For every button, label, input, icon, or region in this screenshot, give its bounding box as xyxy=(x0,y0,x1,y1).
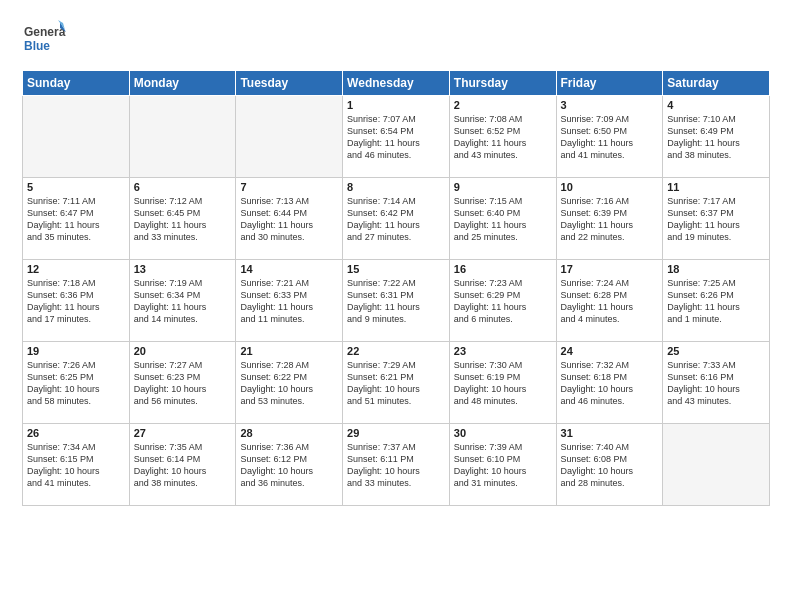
day-info: Sunrise: 7:29 AM Sunset: 6:21 PM Dayligh… xyxy=(347,359,445,408)
logo: General Blue xyxy=(22,18,66,62)
calendar-cell: 17Sunrise: 7:24 AM Sunset: 6:28 PM Dayli… xyxy=(556,260,663,342)
calendar-cell: 16Sunrise: 7:23 AM Sunset: 6:29 PM Dayli… xyxy=(449,260,556,342)
calendar-cell: 31Sunrise: 7:40 AM Sunset: 6:08 PM Dayli… xyxy=(556,424,663,506)
calendar: SundayMondayTuesdayWednesdayThursdayFrid… xyxy=(22,70,770,506)
calendar-cell: 9Sunrise: 7:15 AM Sunset: 6:40 PM Daylig… xyxy=(449,178,556,260)
calendar-cell: 20Sunrise: 7:27 AM Sunset: 6:23 PM Dayli… xyxy=(129,342,236,424)
day-number: 14 xyxy=(240,263,338,275)
weekday-header-saturday: Saturday xyxy=(663,71,770,96)
calendar-cell: 24Sunrise: 7:32 AM Sunset: 6:18 PM Dayli… xyxy=(556,342,663,424)
week-row-1: 5Sunrise: 7:11 AM Sunset: 6:47 PM Daylig… xyxy=(23,178,770,260)
day-number: 30 xyxy=(454,427,552,439)
calendar-cell: 15Sunrise: 7:22 AM Sunset: 6:31 PM Dayli… xyxy=(343,260,450,342)
day-info: Sunrise: 7:12 AM Sunset: 6:45 PM Dayligh… xyxy=(134,195,232,244)
svg-text:General: General xyxy=(24,25,66,39)
calendar-cell: 7Sunrise: 7:13 AM Sunset: 6:44 PM Daylig… xyxy=(236,178,343,260)
day-number: 24 xyxy=(561,345,659,357)
day-number: 15 xyxy=(347,263,445,275)
day-info: Sunrise: 7:30 AM Sunset: 6:19 PM Dayligh… xyxy=(454,359,552,408)
day-number: 2 xyxy=(454,99,552,111)
day-info: Sunrise: 7:21 AM Sunset: 6:33 PM Dayligh… xyxy=(240,277,338,326)
day-info: Sunrise: 7:17 AM Sunset: 6:37 PM Dayligh… xyxy=(667,195,765,244)
calendar-cell: 13Sunrise: 7:19 AM Sunset: 6:34 PM Dayli… xyxy=(129,260,236,342)
weekday-header-row: SundayMondayTuesdayWednesdayThursdayFrid… xyxy=(23,71,770,96)
day-number: 7 xyxy=(240,181,338,193)
day-number: 12 xyxy=(27,263,125,275)
weekday-header-friday: Friday xyxy=(556,71,663,96)
weekday-header-monday: Monday xyxy=(129,71,236,96)
week-row-3: 19Sunrise: 7:26 AM Sunset: 6:25 PM Dayli… xyxy=(23,342,770,424)
day-number: 31 xyxy=(561,427,659,439)
day-number: 10 xyxy=(561,181,659,193)
day-info: Sunrise: 7:23 AM Sunset: 6:29 PM Dayligh… xyxy=(454,277,552,326)
calendar-cell: 29Sunrise: 7:37 AM Sunset: 6:11 PM Dayli… xyxy=(343,424,450,506)
weekday-header-thursday: Thursday xyxy=(449,71,556,96)
day-info: Sunrise: 7:40 AM Sunset: 6:08 PM Dayligh… xyxy=(561,441,659,490)
calendar-cell: 1Sunrise: 7:07 AM Sunset: 6:54 PM Daylig… xyxy=(343,96,450,178)
calendar-cell: 21Sunrise: 7:28 AM Sunset: 6:22 PM Dayli… xyxy=(236,342,343,424)
day-info: Sunrise: 7:25 AM Sunset: 6:26 PM Dayligh… xyxy=(667,277,765,326)
day-info: Sunrise: 7:14 AM Sunset: 6:42 PM Dayligh… xyxy=(347,195,445,244)
weekday-header-wednesday: Wednesday xyxy=(343,71,450,96)
day-info: Sunrise: 7:08 AM Sunset: 6:52 PM Dayligh… xyxy=(454,113,552,162)
weekday-header-tuesday: Tuesday xyxy=(236,71,343,96)
day-info: Sunrise: 7:27 AM Sunset: 6:23 PM Dayligh… xyxy=(134,359,232,408)
calendar-cell: 2Sunrise: 7:08 AM Sunset: 6:52 PM Daylig… xyxy=(449,96,556,178)
svg-text:Blue: Blue xyxy=(24,39,50,53)
day-number: 28 xyxy=(240,427,338,439)
day-number: 13 xyxy=(134,263,232,275)
calendar-cell: 26Sunrise: 7:34 AM Sunset: 6:15 PM Dayli… xyxy=(23,424,130,506)
calendar-cell: 30Sunrise: 7:39 AM Sunset: 6:10 PM Dayli… xyxy=(449,424,556,506)
calendar-cell xyxy=(236,96,343,178)
calendar-cell: 28Sunrise: 7:36 AM Sunset: 6:12 PM Dayli… xyxy=(236,424,343,506)
day-number: 16 xyxy=(454,263,552,275)
day-info: Sunrise: 7:32 AM Sunset: 6:18 PM Dayligh… xyxy=(561,359,659,408)
day-info: Sunrise: 7:16 AM Sunset: 6:39 PM Dayligh… xyxy=(561,195,659,244)
day-number: 23 xyxy=(454,345,552,357)
day-info: Sunrise: 7:15 AM Sunset: 6:40 PM Dayligh… xyxy=(454,195,552,244)
day-number: 4 xyxy=(667,99,765,111)
day-number: 29 xyxy=(347,427,445,439)
calendar-cell: 14Sunrise: 7:21 AM Sunset: 6:33 PM Dayli… xyxy=(236,260,343,342)
week-row-2: 12Sunrise: 7:18 AM Sunset: 6:36 PM Dayli… xyxy=(23,260,770,342)
logo-svg: General Blue xyxy=(22,18,66,62)
day-info: Sunrise: 7:39 AM Sunset: 6:10 PM Dayligh… xyxy=(454,441,552,490)
calendar-cell xyxy=(129,96,236,178)
day-info: Sunrise: 7:35 AM Sunset: 6:14 PM Dayligh… xyxy=(134,441,232,490)
day-number: 17 xyxy=(561,263,659,275)
day-number: 5 xyxy=(27,181,125,193)
day-number: 6 xyxy=(134,181,232,193)
day-number: 3 xyxy=(561,99,659,111)
day-info: Sunrise: 7:28 AM Sunset: 6:22 PM Dayligh… xyxy=(240,359,338,408)
calendar-cell xyxy=(663,424,770,506)
calendar-cell: 19Sunrise: 7:26 AM Sunset: 6:25 PM Dayli… xyxy=(23,342,130,424)
day-info: Sunrise: 7:10 AM Sunset: 6:49 PM Dayligh… xyxy=(667,113,765,162)
day-number: 22 xyxy=(347,345,445,357)
day-info: Sunrise: 7:26 AM Sunset: 6:25 PM Dayligh… xyxy=(27,359,125,408)
day-info: Sunrise: 7:07 AM Sunset: 6:54 PM Dayligh… xyxy=(347,113,445,162)
calendar-cell: 25Sunrise: 7:33 AM Sunset: 6:16 PM Dayli… xyxy=(663,342,770,424)
day-info: Sunrise: 7:11 AM Sunset: 6:47 PM Dayligh… xyxy=(27,195,125,244)
calendar-cell: 8Sunrise: 7:14 AM Sunset: 6:42 PM Daylig… xyxy=(343,178,450,260)
day-info: Sunrise: 7:37 AM Sunset: 6:11 PM Dayligh… xyxy=(347,441,445,490)
day-number: 19 xyxy=(27,345,125,357)
day-info: Sunrise: 7:13 AM Sunset: 6:44 PM Dayligh… xyxy=(240,195,338,244)
day-info: Sunrise: 7:19 AM Sunset: 6:34 PM Dayligh… xyxy=(134,277,232,326)
calendar-cell: 6Sunrise: 7:12 AM Sunset: 6:45 PM Daylig… xyxy=(129,178,236,260)
day-number: 20 xyxy=(134,345,232,357)
page-header: General Blue xyxy=(22,18,770,62)
day-info: Sunrise: 7:33 AM Sunset: 6:16 PM Dayligh… xyxy=(667,359,765,408)
calendar-cell: 11Sunrise: 7:17 AM Sunset: 6:37 PM Dayli… xyxy=(663,178,770,260)
week-row-0: 1Sunrise: 7:07 AM Sunset: 6:54 PM Daylig… xyxy=(23,96,770,178)
calendar-cell: 12Sunrise: 7:18 AM Sunset: 6:36 PM Dayli… xyxy=(23,260,130,342)
day-info: Sunrise: 7:36 AM Sunset: 6:12 PM Dayligh… xyxy=(240,441,338,490)
calendar-cell: 4Sunrise: 7:10 AM Sunset: 6:49 PM Daylig… xyxy=(663,96,770,178)
day-info: Sunrise: 7:09 AM Sunset: 6:50 PM Dayligh… xyxy=(561,113,659,162)
day-number: 21 xyxy=(240,345,338,357)
calendar-cell: 10Sunrise: 7:16 AM Sunset: 6:39 PM Dayli… xyxy=(556,178,663,260)
day-number: 9 xyxy=(454,181,552,193)
day-number: 11 xyxy=(667,181,765,193)
day-info: Sunrise: 7:18 AM Sunset: 6:36 PM Dayligh… xyxy=(27,277,125,326)
day-number: 25 xyxy=(667,345,765,357)
day-info: Sunrise: 7:22 AM Sunset: 6:31 PM Dayligh… xyxy=(347,277,445,326)
